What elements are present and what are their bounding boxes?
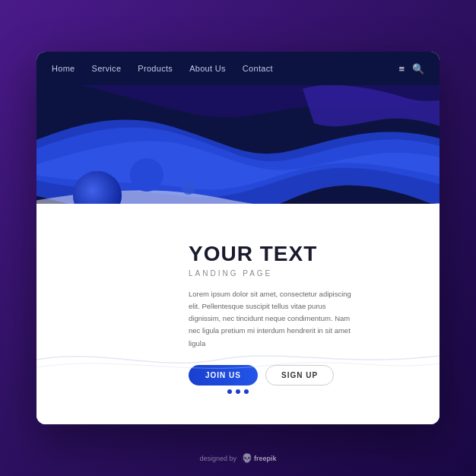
- nav-links: Home Service Products About Us Contact: [52, 64, 398, 73]
- dot-1[interactable]: [227, 389, 232, 394]
- landing-card: Home Service Products About Us Contact ≡…: [36, 52, 440, 424]
- menu-icon[interactable]: ≡: [398, 63, 405, 75]
- nav-products[interactable]: Products: [138, 64, 173, 73]
- dot-2[interactable]: [236, 389, 240, 394]
- button-row: JOIN US SIGN UP: [189, 365, 409, 386]
- footer-text: designed by 💀 freepik: [199, 455, 276, 462]
- join-us-button[interactable]: JOIN US: [189, 365, 258, 386]
- footer: designed by 💀 freepik: [0, 450, 476, 464]
- dot-3[interactable]: [244, 389, 249, 394]
- sign-up-button[interactable]: SIGN UP: [265, 365, 334, 386]
- nav-service[interactable]: Service: [92, 64, 122, 73]
- search-icon[interactable]: 🔍: [412, 63, 424, 75]
- nav-about[interactable]: About Us: [189, 64, 226, 73]
- nav-home[interactable]: Home: [52, 64, 75, 73]
- svg-point-5: [182, 181, 195, 195]
- carousel-dots: [227, 389, 249, 394]
- hero-title: YOUR TEXT: [189, 243, 409, 266]
- nav-icon-group: ≡ 🔍: [398, 63, 424, 75]
- hero-description: Lorem ipsum dolor sit amet, consectetur …: [189, 288, 356, 350]
- nav-contact[interactable]: Contact: [243, 64, 273, 73]
- navbar: Home Service Products About Us Contact ≡…: [36, 52, 440, 85]
- hero-subtitle: LANDING PAGE: [189, 269, 409, 278]
- svg-point-3: [130, 158, 163, 192]
